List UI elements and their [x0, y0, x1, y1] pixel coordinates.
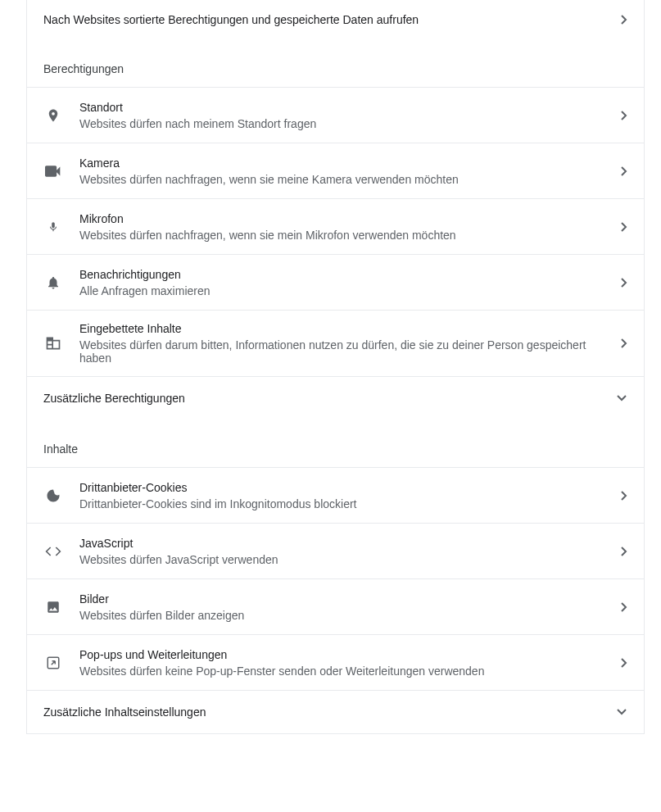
images-text: Bilder Websites dürfen Bilder anzeigen	[79, 592, 621, 622]
chevron-right-icon	[621, 166, 627, 176]
image-icon	[43, 597, 63, 617]
chevron-down-icon	[616, 709, 627, 715]
cookie-icon	[43, 486, 63, 506]
cookies-row[interactable]: Drittanbieter-Cookies Drittanbieter-Cook…	[27, 467, 644, 523]
camera-subtitle: Websites dürfen nachfragen, wenn sie mei…	[79, 173, 621, 186]
content-header: Inhalte	[27, 420, 644, 467]
microphone-icon	[43, 217, 63, 237]
popups-row[interactable]: Pop-ups und Weiterleitungen Websites dür…	[27, 634, 644, 690]
additional-permissions-label: Zusätzliche Berechtigungen	[43, 392, 185, 405]
popup-icon	[43, 653, 63, 673]
embedded-content-subtitle: Websites dürfen darum bitten, Informatio…	[79, 338, 621, 365]
chevron-right-icon	[621, 338, 627, 348]
svg-point-3	[52, 494, 54, 496]
chevron-right-icon	[621, 278, 627, 288]
images-subtitle: Websites dürfen Bilder anzeigen	[79, 609, 621, 622]
embedded-content-text: Eingebettete Inhalte Websites dürfen dar…	[79, 322, 621, 365]
notifications-row[interactable]: Benachrichtigungen Alle Anfragen maximie…	[27, 254, 644, 310]
svg-point-2	[54, 497, 56, 498]
popups-subtitle: Websites dürfen keine Pop-up-Fenster sen…	[79, 665, 621, 678]
embedded-content-icon	[43, 333, 63, 353]
additional-content-label: Zusätzliche Inhaltseinstellungen	[43, 705, 206, 719]
code-icon	[43, 542, 63, 561]
images-row[interactable]: Bilder Websites dürfen Bilder anzeigen	[27, 578, 644, 634]
svg-point-0	[50, 492, 52, 493]
chevron-right-icon	[621, 602, 627, 612]
popups-title: Pop-ups und Weiterleitungen	[79, 648, 621, 661]
javascript-text: JavaScript Websites dürfen JavaScript ve…	[79, 537, 621, 566]
images-title: Bilder	[79, 592, 621, 606]
location-subtitle: Websites dürfen nach meinem Standort fra…	[79, 117, 621, 130]
notifications-text: Benachrichtigungen Alle Anfragen maximie…	[79, 268, 621, 297]
notifications-title: Benachrichtigungen	[79, 268, 621, 281]
camera-text: Kamera Websites dürfen nachfragen, wenn …	[79, 157, 621, 186]
chevron-right-icon	[621, 15, 627, 25]
chevron-right-icon	[621, 547, 627, 556]
location-text: Standort Websites dürfen nach meinem Sta…	[79, 101, 621, 130]
additional-permissions-row[interactable]: Zusätzliche Berechtigungen	[27, 376, 644, 420]
notifications-subtitle: Alle Anfragen maximieren	[79, 284, 621, 297]
cookies-title: Drittanbieter-Cookies	[79, 481, 621, 494]
location-icon	[43, 106, 63, 125]
additional-content-row[interactable]: Zusätzliche Inhaltseinstellungen	[27, 690, 644, 733]
microphone-subtitle: Websites dürfen nachfragen, wenn sie mei…	[79, 229, 621, 242]
site-data-row[interactable]: Nach Websites sortierte Berechtigungen u…	[27, 0, 644, 39]
embedded-content-title: Eingebettete Inhalte	[79, 322, 621, 335]
microphone-row[interactable]: Mikrofon Websites dürfen nachfragen, wen…	[27, 198, 644, 254]
chevron-right-icon	[621, 491, 627, 501]
svg-point-1	[50, 497, 52, 498]
javascript-subtitle: Websites dürfen JavaScript verwenden	[79, 553, 621, 566]
site-data-label: Nach Websites sortierte Berechtigungen u…	[43, 13, 419, 26]
chevron-right-icon	[621, 222, 627, 232]
chevron-right-icon	[621, 658, 627, 668]
location-title: Standort	[79, 101, 621, 114]
javascript-title: JavaScript	[79, 537, 621, 550]
camera-row[interactable]: Kamera Websites dürfen nachfragen, wenn …	[27, 143, 644, 198]
camera-icon	[43, 161, 63, 181]
settings-panel: Nach Websites sortierte Berechtigungen u…	[26, 0, 645, 734]
embedded-content-row[interactable]: Eingebettete Inhalte Websites dürfen dar…	[27, 310, 644, 376]
microphone-title: Mikrofon	[79, 212, 621, 225]
microphone-text: Mikrofon Websites dürfen nachfragen, wen…	[79, 212, 621, 242]
chevron-right-icon	[621, 111, 627, 120]
bell-icon	[43, 273, 63, 293]
permissions-header: Berechtigungen	[27, 39, 644, 87]
cookies-text: Drittanbieter-Cookies Drittanbieter-Cook…	[79, 481, 621, 510]
javascript-row[interactable]: JavaScript Websites dürfen JavaScript ve…	[27, 523, 644, 578]
location-row[interactable]: Standort Websites dürfen nach meinem Sta…	[27, 87, 644, 143]
chevron-down-icon	[616, 395, 627, 401]
camera-title: Kamera	[79, 157, 621, 170]
popups-text: Pop-ups und Weiterleitungen Websites dür…	[79, 648, 621, 678]
cookies-subtitle: Drittanbieter-Cookies sind im Inkognitom…	[79, 497, 621, 510]
